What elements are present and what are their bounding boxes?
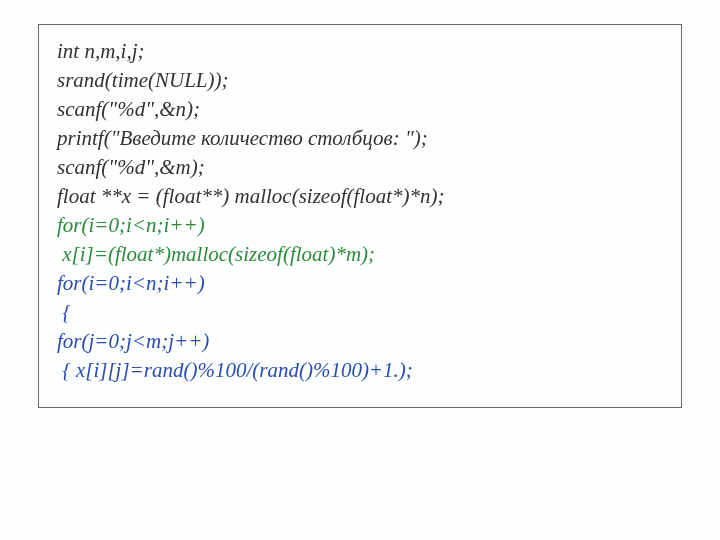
code-line: scanf("%d",&n); [57, 95, 663, 124]
code-line: { [57, 298, 663, 327]
code-line: float **x = (float**) malloc(sizeof(floa… [57, 182, 663, 211]
code-line: x[i]=(float*)malloc(sizeof(float)*m); [57, 240, 663, 269]
code-line: { x[i][j]=rand()%100/(rand()%100)+1.); [57, 356, 663, 385]
code-line: for(j=0;j<m;j++) [57, 327, 663, 356]
code-snippet-box: int n,m,i,j; srand(time(NULL)); scanf("%… [38, 24, 682, 408]
code-line: for(i=0;i<n;i++) [57, 269, 663, 298]
code-line: scanf("%d",&m); [57, 153, 663, 182]
code-line: for(i=0;i<n;i++) [57, 211, 663, 240]
code-line: printf("Введите количество столбцов: "); [57, 124, 663, 153]
code-line: srand(time(NULL)); [57, 66, 663, 95]
code-line: int n,m,i,j; [57, 37, 663, 66]
